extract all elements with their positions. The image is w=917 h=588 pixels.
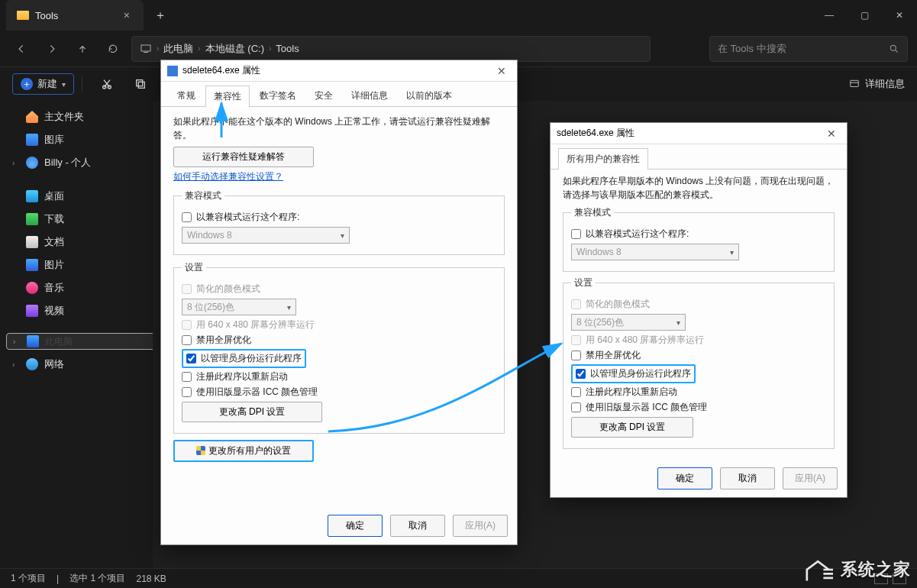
svg-rect-7: [851, 80, 859, 86]
details-button[interactable]: 详细信息: [848, 77, 905, 91]
pictures-icon: [26, 259, 38, 271]
watermark: 系统之家: [802, 556, 911, 583]
register-restart-checkbox[interactable]: 注册此程序以重新启动: [182, 370, 496, 383]
legacy-icc-checkbox[interactable]: 使用旧版显示器 ICC 颜色管理: [571, 401, 826, 414]
sidebar: 主文件夹 图库 ›Billy - 个人 桌面 下载 文档 图片 音乐 视频 ›此…: [0, 101, 153, 568]
back-button[interactable]: [9, 37, 34, 61]
compat-mode-group: 兼容模式 以兼容模式运行这个程序: Windows 8: [173, 189, 505, 255]
gallery-icon: [26, 134, 38, 146]
refresh-button[interactable]: [101, 37, 125, 61]
disable-fullscreen-checkbox[interactable]: 禁用全屏优化: [182, 334, 496, 347]
sidebar-item-gallery[interactable]: 图库: [6, 128, 147, 151]
new-tab-button[interactable]: ＋: [144, 8, 177, 24]
svg-rect-0: [141, 45, 150, 51]
change-all-users-button[interactable]: 更改所有用户的设置: [173, 440, 314, 462]
cancel-button[interactable]: 取消: [720, 467, 775, 489]
sidebar-item-thispc[interactable]: ›此电脑: [6, 333, 174, 350]
register-restart-checkbox[interactable]: 注册此程序以重新启动: [571, 386, 826, 399]
compat-mode-checkbox[interactable]: 以兼容模式运行这个程序:: [571, 228, 826, 241]
troubleshoot-button[interactable]: 运行兼容性疑难解答: [173, 147, 314, 167]
status-size: 218 KB: [136, 573, 166, 584]
res-640-checkbox[interactable]: 用 640 x 480 屏幕分辨率运行: [182, 318, 496, 331]
sidebar-item-music[interactable]: 音乐: [6, 276, 147, 299]
compat-mode-checkbox[interactable]: 以兼容模式运行这个程序:: [182, 211, 496, 224]
sidebar-item-downloads[interactable]: 下载: [6, 208, 147, 231]
tab-signatures[interactable]: 数字签名: [251, 85, 305, 106]
sidebar-item-documents[interactable]: 文档: [6, 231, 147, 254]
apply-button[interactable]: 应用(A): [783, 467, 838, 489]
tab-allusers-compat[interactable]: 所有用户的兼容性: [558, 148, 648, 170]
compat-mode-select[interactable]: Windows 8: [571, 244, 739, 260]
legacy-icc-checkbox[interactable]: 使用旧版显示器 ICC 颜色管理: [182, 386, 496, 399]
dialog-titlebar[interactable]: sdelete64.exe 属性 ✕: [161, 60, 517, 82]
copy-icon[interactable]: [128, 72, 153, 96]
tab-security[interactable]: 安全: [306, 85, 341, 106]
compat-intro: 如果此程序不能在这个版本的 Windows 上正常工作，请尝试运行兼容性疑难解答…: [173, 115, 505, 142]
color-select[interactable]: 8 位(256)色: [571, 314, 686, 331]
ok-button[interactable]: 确定: [657, 467, 712, 489]
new-button[interactable]: ＋ 新建 ▾: [12, 73, 74, 95]
tab-details[interactable]: 详细信息: [343, 85, 396, 106]
properties-dialog-allusers: sdelete64.exe 属性 ✕ 所有用户的兼容性 如果此程序在早期版本的 …: [550, 122, 848, 498]
dialog-close-button[interactable]: ✕: [822, 128, 841, 140]
breadcrumb[interactable]: › 此电脑 › 本地磁盘 (C:) › Tools: [131, 36, 651, 62]
compat-intro: 如果此程序在早期版本的 Windows 上没有问题，而现在出现问题，请选择与该早…: [563, 174, 835, 202]
run-as-admin-checkbox[interactable]: 以管理员身份运行此程序: [576, 367, 691, 380]
tab-general[interactable]: 常规: [169, 85, 204, 106]
info-icon: [848, 79, 860, 89]
compat-mode-select[interactable]: Windows 8: [182, 227, 350, 244]
compat-legend: 兼容模式: [571, 206, 614, 219]
sidebar-item-desktop[interactable]: 桌面: [6, 185, 147, 208]
forward-button[interactable]: [40, 37, 64, 61]
color-select[interactable]: 8 位(256)色: [182, 299, 296, 315]
dialog-tabs: 常规 兼容性 数字签名 安全 详细信息 以前的版本: [161, 82, 517, 107]
reduced-color-checkbox[interactable]: 简化的颜色模式: [182, 283, 496, 296]
close-button[interactable]: ✕: [882, 0, 917, 31]
crumb-folder[interactable]: Tools: [276, 43, 299, 54]
titlebar: Tools × ＋ — ▢ ✕: [0, 0, 917, 31]
dpi-settings-button[interactable]: 更改高 DPI 设置: [182, 402, 322, 422]
download-icon: [26, 213, 38, 225]
run-as-admin-checkbox[interactable]: 以管理员身份运行此程序: [186, 352, 302, 365]
window-tab[interactable]: Tools ×: [6, 0, 144, 31]
settings-group: 设置 简化的颜色模式 8 位(256)色 用 640 x 480 屏幕分辨率运行…: [563, 276, 835, 449]
app-icon: [167, 66, 178, 76]
watermark-icon: [802, 556, 836, 583]
sidebar-item-home[interactable]: 主文件夹: [6, 105, 147, 128]
ok-button[interactable]: 确定: [328, 515, 383, 537]
home-icon: [26, 111, 38, 123]
search-icon: [889, 44, 899, 54]
crumb-drive[interactable]: 本地磁盘 (C:): [205, 42, 264, 56]
music-icon: [26, 282, 38, 294]
tab-compatibility[interactable]: 兼容性: [205, 86, 250, 107]
sidebar-item-network[interactable]: ›网络: [6, 353, 147, 376]
crumb-thispc[interactable]: 此电脑: [163, 42, 193, 56]
res-640-checkbox[interactable]: 用 640 x 480 屏幕分辨率运行: [571, 334, 826, 347]
tab-previous[interactable]: 以前的版本: [398, 85, 460, 106]
search-placeholder: 在 Tools 中搜索: [718, 42, 786, 56]
pc-icon: [27, 335, 39, 347]
sidebar-item-pictures[interactable]: 图片: [6, 254, 147, 276]
cancel-button[interactable]: 取消: [390, 515, 445, 537]
network-icon: [26, 358, 38, 370]
video-icon: [26, 305, 38, 317]
maximize-button[interactable]: ▢: [847, 0, 882, 31]
dpi-settings-button[interactable]: 更改高 DPI 设置: [571, 417, 693, 438]
dialog-titlebar[interactable]: sdelete64.exe 属性 ✕: [551, 123, 847, 144]
dialog-close-button[interactable]: ✕: [492, 65, 511, 77]
sidebar-item-videos[interactable]: 视频: [6, 299, 147, 322]
disable-fullscreen-checkbox[interactable]: 禁用全屏优化: [571, 349, 826, 362]
dialog-title: sdelete64.exe 属性: [182, 64, 260, 77]
close-tab-icon[interactable]: ×: [121, 8, 133, 23]
search-input[interactable]: 在 Tools 中搜索: [709, 36, 908, 62]
sidebar-item-onedrive[interactable]: ›Billy - 个人: [6, 151, 147, 174]
minimize-button[interactable]: —: [812, 0, 847, 31]
up-button[interactable]: [70, 37, 95, 61]
svg-rect-6: [137, 80, 143, 86]
compat-mode-group: 兼容模式 以兼容模式运行这个程序: Windows 8: [563, 206, 835, 272]
manual-compat-link[interactable]: 如何手动选择兼容性设置？: [173, 171, 283, 182]
cut-icon[interactable]: [95, 72, 119, 96]
dialog-title: sdelete64.exe 属性: [557, 127, 634, 140]
reduced-color-checkbox[interactable]: 简化的颜色模式: [571, 298, 826, 311]
apply-button[interactable]: 应用(A): [453, 515, 508, 537]
